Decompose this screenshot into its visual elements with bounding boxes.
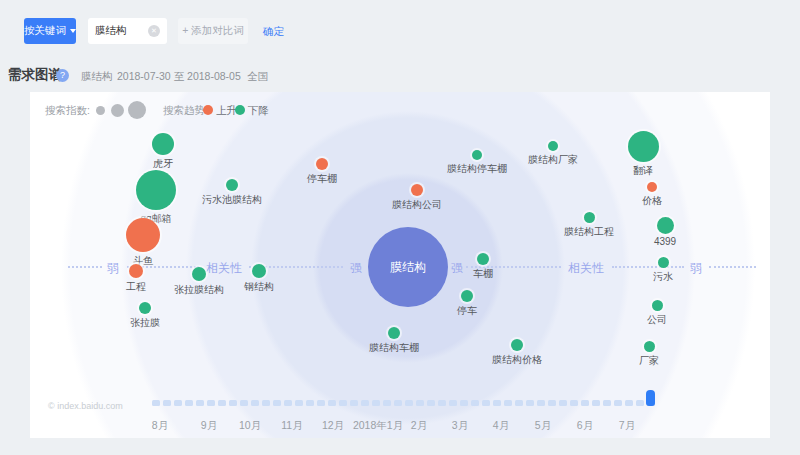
timeline-bar-segment[interactable] xyxy=(284,400,292,406)
timeline-bar-segment[interactable] xyxy=(449,400,457,406)
bubble-label: 膜结构公司 xyxy=(392,198,442,212)
timeline-bar-segment[interactable] xyxy=(339,400,347,406)
timeline-bar-segment[interactable] xyxy=(460,400,468,406)
bubble-虎牙[interactable] xyxy=(152,133,174,155)
bubble-翻译[interactable] xyxy=(628,131,659,162)
timeline-bar-segment[interactable] xyxy=(240,400,248,406)
timeline-bar-segment[interactable] xyxy=(482,400,490,406)
bubble-4399[interactable] xyxy=(657,217,674,234)
timeline-bar-segment[interactable] xyxy=(185,400,193,406)
timeline-bar-segment[interactable] xyxy=(570,400,578,406)
bubble-label: 膜结构工程 xyxy=(564,225,614,239)
bubble-label: 膜结构停车棚 xyxy=(447,162,507,176)
timeline-bar-segment[interactable] xyxy=(372,400,380,406)
bubble-钢结构[interactable] xyxy=(252,264,266,278)
timeline-bar-segment[interactable] xyxy=(438,400,446,406)
bubble-label: 虎牙 xyxy=(153,157,173,171)
timeline-bar-segment[interactable] xyxy=(207,400,215,406)
relevance-axis-label: 强 xyxy=(451,260,463,277)
bubble-价格[interactable] xyxy=(647,182,657,192)
timeline-bar-segment[interactable] xyxy=(471,400,479,406)
bubble-label: 膜结构车棚 xyxy=(369,341,419,355)
timeline-bar-segment[interactable] xyxy=(493,400,501,406)
timeline-bar-segment[interactable] xyxy=(317,400,325,406)
baidu-index-demand-graph-page: 按关键词 ✕ + 添加对比词 确定 需求图谱 ? 膜结构 2018-07-30 … xyxy=(0,0,800,455)
timeline-month-label: 4月 xyxy=(493,419,509,433)
timeline-bar-segment[interactable] xyxy=(636,400,644,406)
relevance-axis-label: 弱 xyxy=(690,260,702,277)
bubble-膜结构停车棚[interactable] xyxy=(472,150,482,160)
timeline-bar-segment[interactable] xyxy=(537,400,545,406)
bubble-张拉膜[interactable] xyxy=(139,302,151,314)
timeline-bar-segment[interactable] xyxy=(416,400,424,406)
bubble-污水[interactable] xyxy=(658,257,669,268)
bubble-label: 价格 xyxy=(642,194,662,208)
timeline-bar-segment[interactable] xyxy=(625,400,633,406)
bubble-label: 车棚 xyxy=(473,267,493,281)
bubble-label: 膜结构价格 xyxy=(492,353,542,367)
bubble-膜结构车棚[interactable] xyxy=(388,327,400,339)
timeline-bar-segment[interactable] xyxy=(251,400,259,406)
timeline-month-label: 5月 xyxy=(535,419,551,433)
timeline-month-label: 2月 xyxy=(411,419,427,433)
timeline-bar-segment[interactable] xyxy=(295,400,303,406)
timeline-month-label: 7月 xyxy=(619,419,635,433)
timeline-bar-segment[interactable] xyxy=(218,400,226,406)
bubble-张拉膜结构[interactable] xyxy=(192,267,206,281)
timeline-bar-segment[interactable] xyxy=(592,400,600,406)
bubble-label: 污水 xyxy=(653,270,673,284)
bubble-膜结构工程[interactable] xyxy=(584,212,595,223)
bubble-label: 停车 xyxy=(457,304,477,318)
timeline-month-label: 9月 xyxy=(201,419,217,433)
bubble-膜结构价格[interactable] xyxy=(511,339,523,351)
timeline-bar-segment[interactable] xyxy=(273,400,281,406)
relevance-axis-label: 相关性 xyxy=(568,260,604,277)
bubble-斗鱼[interactable] xyxy=(126,218,160,252)
timeline-bar-segment[interactable] xyxy=(152,400,160,406)
timeline-slider-handle[interactable] xyxy=(646,390,655,406)
timeline-bar-segment[interactable] xyxy=(504,400,512,406)
bubble-label: 公司 xyxy=(647,313,667,327)
bubble-污水池膜结构[interactable] xyxy=(226,179,238,191)
bubble-label: 张拉膜结构 xyxy=(174,283,224,297)
bubble-停车棚[interactable] xyxy=(316,158,328,170)
timeline-bar-segment[interactable] xyxy=(526,400,534,406)
watermark: © index.baidu.com xyxy=(48,401,123,411)
timeline-bar-segment[interactable] xyxy=(262,400,270,406)
timeline-bar-segment[interactable] xyxy=(548,400,556,406)
timeline-bar-segment[interactable] xyxy=(328,400,336,406)
timeline-bar-segment[interactable] xyxy=(361,400,369,406)
relevance-axis-dotted-line xyxy=(709,266,756,268)
bubble-厂家[interactable] xyxy=(644,341,655,352)
timeline-bar-segment[interactable] xyxy=(405,400,413,406)
relevance-axis-dotted-line xyxy=(68,266,102,268)
timeline-bar-segment[interactable] xyxy=(350,400,358,406)
bubble-膜结构厂家[interactable] xyxy=(548,141,558,151)
timeline-bar-segment[interactable] xyxy=(383,400,391,406)
timeline-bar-segment[interactable] xyxy=(427,400,435,406)
timeline-bar-segment[interactable] xyxy=(614,400,622,406)
timeline-month-label: 8月 xyxy=(152,419,168,433)
timeline-bar-segment[interactable] xyxy=(229,400,237,406)
bubble-label: 厂家 xyxy=(639,354,659,368)
bubble-工程[interactable] xyxy=(129,264,143,278)
bubble-停车[interactable] xyxy=(461,290,473,302)
timeline-bar-segment[interactable] xyxy=(581,400,589,406)
relevance-axis-label: 强 xyxy=(350,260,362,277)
timeline-bar-segment[interactable] xyxy=(603,400,611,406)
bubble-膜结构公司[interactable] xyxy=(411,184,423,196)
bubble-label: 污水池膜结构 xyxy=(202,193,262,207)
bubble-公司[interactable] xyxy=(652,300,663,311)
timeline-bar-segment[interactable] xyxy=(394,400,402,406)
timeline-bar-segment[interactable] xyxy=(306,400,314,406)
timeline-bar-segment[interactable] xyxy=(174,400,182,406)
timeline-bar-segment[interactable] xyxy=(559,400,567,406)
timeline-bar-segment[interactable] xyxy=(515,400,523,406)
center-keyword-bubble[interactable]: 膜结构 xyxy=(368,227,448,307)
relevance-axis-dotted-line xyxy=(612,266,684,268)
timeline-bar-segment[interactable] xyxy=(163,400,171,406)
timeline-bar-segment[interactable] xyxy=(196,400,204,406)
bubble-qq邮箱[interactable] xyxy=(136,170,176,210)
bubble-label: 工程 xyxy=(126,280,146,294)
bubble-车棚[interactable] xyxy=(477,253,489,265)
